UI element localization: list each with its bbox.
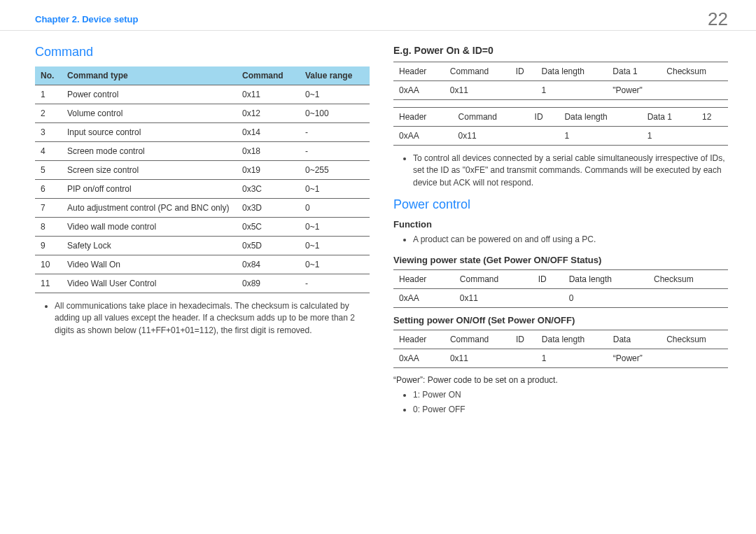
- power-control-heading: Power control: [393, 197, 728, 212]
- table-cell: Command: [444, 330, 510, 349]
- th-range: Value range: [300, 66, 370, 85]
- table-row: 10Video Wall On0x840~1: [35, 255, 370, 274]
- table-cell: [661, 81, 728, 100]
- command-heading: Command: [35, 45, 370, 59]
- table-cell: Header: [393, 330, 444, 349]
- table-cell: 11: [35, 274, 62, 293]
- table-cell: Data length: [564, 269, 648, 288]
- table-cell: "Power": [607, 81, 661, 100]
- table-cell: 0x11: [444, 81, 510, 100]
- function-note-list: A product can be powered on and off usin…: [393, 234, 728, 246]
- table-cell: -: [300, 123, 370, 142]
- table-cell: ID: [510, 330, 536, 349]
- table-cell: 7: [35, 199, 62, 218]
- table-row: 7Auto adjustment control (PC and BNC onl…: [35, 199, 370, 218]
- table-cell: 0: [564, 288, 648, 307]
- chapter-label: Chapter 2. Device setup: [35, 14, 138, 24]
- table-cell: 4: [35, 142, 62, 161]
- table-cell: Video Wall On: [62, 255, 237, 274]
- table-cell: 0x14: [237, 123, 300, 142]
- table-cell: 1: [642, 127, 696, 146]
- table-cell: 1: [559, 127, 641, 146]
- table-cell: [696, 127, 728, 146]
- table-cell: [529, 127, 559, 146]
- table-cell: 9: [35, 237, 62, 255]
- table-cell: Command: [454, 269, 533, 288]
- eg-table-2: HeaderCommandIDData lengthData 112 0xAA0…: [393, 107, 728, 146]
- power-code-note: “Power”: Power code to be set on a produ…: [393, 375, 728, 385]
- table-cell: 0: [300, 199, 370, 218]
- table-cell: [648, 288, 728, 307]
- table-cell: 0x18: [237, 142, 300, 161]
- table-cell: Command: [453, 108, 529, 127]
- set-power-heading: Setting power ON/Off (Set Power ON/OFF): [393, 315, 728, 325]
- table-cell: 1: [35, 85, 62, 104]
- page-header: Chapter 2. Device setup 22: [0, 0, 756, 31]
- content: Command No. Command type Command Value r…: [0, 31, 756, 424]
- table-cell: 12: [696, 108, 728, 127]
- table-row: 8Video wall mode control0x5C0~1: [35, 218, 370, 237]
- table-cell: 0~100: [300, 104, 370, 123]
- table-cell: 0x12: [237, 104, 300, 123]
- table-cell: Video Wall User Control: [62, 274, 237, 293]
- table-cell: 5: [35, 161, 62, 180]
- table-cell: 0x11: [454, 288, 533, 307]
- table-cell: [533, 288, 564, 307]
- table-cell: Data length: [536, 62, 608, 81]
- table-cell: 3: [35, 123, 62, 142]
- table-cell: Command: [444, 62, 510, 81]
- table-cell: ID: [510, 62, 536, 81]
- table-cell: 0x11: [444, 349, 510, 367]
- table-row: 3Input source control0x14-: [35, 123, 370, 142]
- table-cell: 0x3C: [237, 180, 300, 199]
- table-cell: Safety Lock: [62, 237, 237, 255]
- table-cell: Checksum: [661, 330, 728, 349]
- table-cell: [510, 81, 536, 100]
- table-cell: 0xAA: [393, 81, 444, 100]
- power-values: 1: Power ON 0: Power OFF: [393, 389, 728, 416]
- table-cell: Header: [393, 108, 453, 127]
- table-cell: Screen mode control: [62, 142, 237, 161]
- table-cell: Auto adjustment control (PC and BNC only…: [62, 199, 237, 218]
- left-note-list: All communications take place in hexadec…: [35, 300, 370, 337]
- table-cell: Screen size control: [62, 161, 237, 180]
- table-cell: 6: [35, 180, 62, 199]
- table-cell: Data length: [559, 108, 641, 127]
- table-cell: 10: [35, 255, 62, 274]
- table-cell: [510, 349, 536, 367]
- command-table: No. Command type Command Value range 1Po…: [35, 66, 370, 293]
- table-cell: Data 1: [642, 108, 696, 127]
- table-row: 2Volume control0x120~100: [35, 104, 370, 123]
- view-state-heading: Viewing power state (Get Power ON/OFF St…: [393, 255, 728, 265]
- table-cell: ID: [529, 108, 559, 127]
- table-row: 1Power control0x110~1: [35, 85, 370, 104]
- eg-heading: E.g. Power On & ID=0: [393, 45, 728, 56]
- table-cell: 0~1: [300, 180, 370, 199]
- view-table: HeaderCommandIDData lengthChecksum 0xAA0…: [393, 269, 728, 308]
- table-cell: “Power”: [608, 349, 661, 367]
- table-cell: ID: [533, 269, 564, 288]
- table-cell: Data: [608, 330, 661, 349]
- table-cell: 0xAA: [393, 288, 454, 307]
- table-row: 9Safety Lock0x5D0~1: [35, 237, 370, 255]
- function-note: A product can be powered on and off usin…: [413, 234, 728, 246]
- eg-table-1: HeaderCommandIDData lengthData 1Checksum…: [393, 62, 728, 100]
- page-number: 22: [708, 8, 728, 30]
- table-cell: Data length: [536, 330, 608, 349]
- table-cell: 0xAA: [393, 349, 444, 367]
- table-cell: [661, 349, 728, 367]
- table-cell: Data 1: [607, 62, 661, 81]
- table-cell: 0x5D: [237, 237, 300, 255]
- eg-note-list: To control all devices connected by a se…: [393, 153, 728, 189]
- table-cell: Input source control: [62, 123, 237, 142]
- function-label: Function: [393, 219, 728, 230]
- table-cell: 0x89: [237, 274, 300, 293]
- table-row: 5Screen size control0x190~255: [35, 161, 370, 180]
- table-cell: 0x5C: [237, 218, 300, 237]
- power-off-value: 0: Power OFF: [413, 404, 728, 416]
- th-no: No.: [35, 66, 62, 85]
- table-cell: 0x11: [453, 127, 529, 146]
- table-cell: Checksum: [661, 62, 728, 81]
- table-cell: 2: [35, 104, 62, 123]
- table-row: 11Video Wall User Control0x89-: [35, 274, 370, 293]
